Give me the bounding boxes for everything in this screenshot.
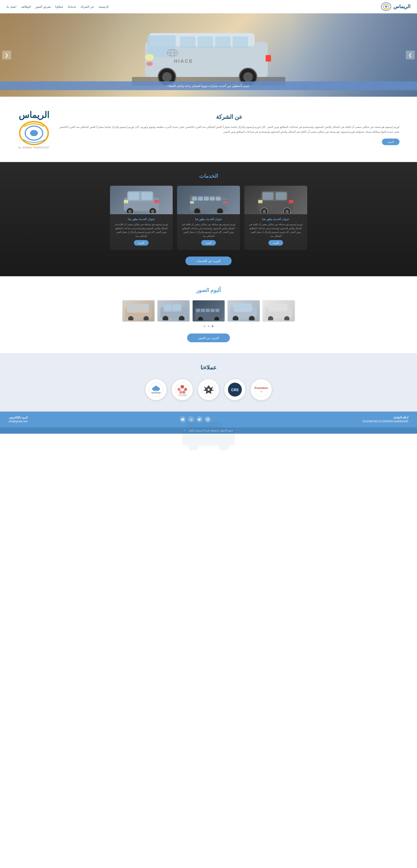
svg-rect-44 [210, 197, 215, 200]
svg-point-68 [233, 316, 238, 320]
nav-links: الرئيسية عن الشركة خدماتنا عملاؤنا معرض … [7, 5, 109, 8]
svg-rect-75 [215, 309, 219, 312]
svg-point-56 [128, 210, 132, 213]
client-logo-crs[interactable]: CRS [224, 379, 246, 401]
svg-point-101 [184, 388, 187, 391]
about-text: لوريم إيبسوم هو نسخة نص شكلي يمعنى أن ال… [59, 125, 399, 134]
nav-item-contact[interactable]: اتصل بنا [7, 5, 17, 8]
svg-point-12 [146, 62, 153, 66]
svg-text:Postobon: Postobon [255, 386, 268, 390]
footer-googleplus-icon[interactable]: g+ [188, 416, 194, 423]
gallery-item-1[interactable] [262, 300, 295, 322]
navbar: الريماس الرئيسية عن الشركة خدماتنا عملاؤ… [0, 0, 417, 13]
svg-rect-43 [204, 197, 209, 200]
gallery-more-wrapper: المزيد من الصور [9, 334, 408, 342]
nav-item-home[interactable]: الرئيسية [99, 5, 109, 8]
gallery-item-5[interactable] [122, 300, 155, 322]
service-image-1 [244, 186, 307, 214]
crs-logo: CRS [227, 382, 243, 397]
about-section: عن الشركة لوريم إيبسوم هو نسخة نص شكلي ي… [0, 97, 417, 162]
footer-twitter-icon[interactable] [196, 416, 202, 423]
service-content-2: عنوان الخدمة يظهر هنا لوريم إيبسوم هو بس… [177, 214, 240, 250]
svg-rect-58 [124, 200, 128, 203]
svg-rect-48 [190, 201, 194, 204]
client-logo-postobon[interactable]: Postobon ® [250, 379, 272, 401]
nav-logo: الريماس [381, 2, 410, 11]
nav-item-clients[interactable]: عملاؤنا [55, 5, 64, 8]
gallery-image-5 [124, 302, 153, 320]
svg-point-17 [243, 72, 253, 82]
svg-point-97 [207, 389, 210, 391]
hero-prev-button[interactable]: ❮ [2, 51, 11, 59]
svg-rect-8 [198, 36, 213, 49]
svg-rect-52 [128, 192, 139, 200]
services-section: الخدمات عنوان الخدمة يظهر [0, 162, 417, 276]
client-logo-community[interactable]: community [171, 379, 193, 401]
footer: أرقام التواصل 0123456789-0112065003-0289… [0, 411, 417, 427]
service-car-3 [122, 187, 161, 213]
hero-section: ❮ HIACE نتميز بأسطول من أحدث سيارا [0, 13, 417, 97]
client-logo-pokemon[interactable] [198, 379, 220, 401]
gallery-image-2 [229, 302, 258, 320]
service-car-1 [256, 187, 295, 213]
about-content: عن الشركة لوريم إيبسوم هو نسخة نص شكلي ي… [59, 114, 399, 145]
service-more-button-1[interactable]: المزيد [268, 240, 283, 246]
svg-rect-41 [192, 197, 197, 200]
duracloud-logo: DuraCloud [148, 382, 164, 397]
nav-item-jobs[interactable]: الوظائف [21, 5, 31, 8]
service-text-2: لوريم إيبسوم هو بساطة نص شكلي يمعنى أن ا… [180, 222, 237, 238]
service-title-1: عنوان الخدمة يظهر هنا [248, 217, 304, 221]
svg-rect-74 [211, 309, 215, 312]
services-grid: عنوان الخدمة يظهر هنا لوريم إيبسوم هو بس… [110, 186, 307, 250]
svg-rect-67 [243, 304, 251, 310]
services-more-button[interactable]: المزيد عن الخدمات [185, 256, 232, 265]
svg-rect-66 [234, 304, 242, 310]
svg-point-57 [151, 210, 155, 213]
svg-rect-49 [223, 201, 227, 204]
gallery-image-4 [159, 302, 188, 320]
service-text-1: لوريم إيبسوم هو بساطة نص شكلي يمعنى أن ا… [248, 222, 304, 238]
gallery-dot-3[interactable] [203, 326, 205, 327]
footer-youtube-icon[interactable] [180, 416, 186, 423]
gallery-more-button[interactable]: المزيد من الصور [187, 334, 230, 342]
svg-rect-53 [141, 192, 152, 200]
gallery-title: ألبوم الصور [9, 287, 408, 293]
svg-rect-10 [233, 36, 248, 49]
svg-rect-88 [143, 305, 149, 310]
nav-item-gallery[interactable]: معرض الصور [35, 5, 51, 8]
nav-item-about[interactable]: عن الشركة [81, 5, 94, 8]
gallery-item-2[interactable] [227, 300, 260, 322]
svg-point-46 [194, 208, 200, 213]
svg-rect-59 [155, 200, 159, 203]
svg-point-91 [254, 382, 268, 397]
service-more-button-2[interactable]: المزيد [201, 240, 216, 246]
about-logo: الريماس AL REMAS TRANSPORT [18, 110, 51, 149]
svg-rect-9 [215, 36, 230, 49]
svg-text:community: community [178, 394, 186, 396]
clients-section: عملاءنا Postobon ® CRS [0, 353, 417, 411]
about-more-button[interactable]: المزيد [382, 138, 399, 145]
gallery-grid [110, 300, 307, 322]
clients-title: عملاءنا [9, 364, 408, 371]
svg-point-15 [162, 72, 172, 82]
svg-rect-31 [262, 192, 274, 200]
svg-point-109 [154, 386, 158, 390]
service-more-button-3[interactable]: المزيد [134, 240, 149, 246]
service-title-3: عنوان الخدمة يظهر هنا [113, 217, 170, 221]
svg-point-102 [179, 391, 182, 394]
gallery-item-4[interactable] [157, 300, 190, 322]
hero-next-button[interactable]: ❯ [406, 51, 415, 59]
svg-rect-86 [128, 305, 134, 310]
client-logo-duracloud[interactable]: DuraCloud [145, 379, 167, 401]
svg-point-82 [163, 316, 168, 320]
svg-point-112 [207, 419, 208, 420]
footer-instagram-icon[interactable] [205, 416, 211, 423]
footer-social: g+ [180, 416, 211, 423]
svg-point-90 [143, 316, 149, 320]
gallery-dot-2[interactable] [208, 326, 210, 327]
svg-rect-6 [147, 35, 176, 57]
gallery-item-3[interactable] [192, 300, 225, 322]
nav-item-services[interactable]: خدماتنا [68, 5, 76, 8]
svg-rect-73 [206, 309, 210, 312]
gallery-dot-1[interactable] [212, 326, 214, 327]
